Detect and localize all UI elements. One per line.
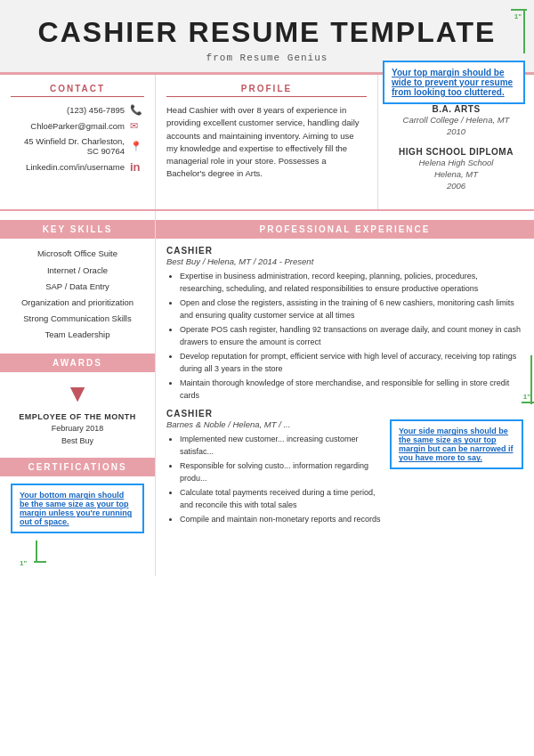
certifications-section: CERTIFICATIONS Your bottom margin should… [11, 458, 144, 533]
contact-address: 45 Winfield Dr. Charleston, SC 90764 📍 [11, 136, 144, 156]
skill-6: Team Leadership [11, 327, 144, 343]
edu-year-2: 2006 [389, 180, 523, 191]
awards-bar: AWARDS [0, 354, 155, 372]
skill-5: Strong Communication Skills [11, 311, 144, 327]
ruler-horizontal-top-right [511, 9, 527, 11]
trophy-icon: ▼ [11, 379, 144, 408]
award-title-1: EMPLOYEE OF THE MONTH [11, 411, 144, 424]
linkedin-icon: in [130, 160, 144, 174]
edu-degree-2: HIGH SCHOOL DIPLOMA [389, 147, 523, 157]
skills-list: Microsoft Office Suite Internet / Oracle… [11, 246, 144, 342]
callout-bottom-margin: Your bottom margin should be the same si… [11, 484, 144, 533]
bullet-1-3: Operate POS cash register, handling 92 t… [180, 324, 523, 348]
profile-header: PROFILE [166, 84, 367, 97]
bullet-1-4: Develop reputation for prompt, efficient… [180, 351, 523, 375]
edu-year-1: 2010 [389, 126, 523, 137]
contact-header: CONTACT [11, 84, 144, 97]
ruler-label-bottom: 1" [20, 559, 27, 567]
education-entry-1: B.A. ARTS Carroll College / Helena, MT 2… [389, 104, 523, 138]
skill-2: Internet / Oracle [11, 263, 144, 279]
ruler-horizontal-bottom [34, 561, 46, 563]
skill-4: Organization and prioritization [11, 295, 144, 311]
bullet-1-5: Maintain thorough knowledge of store mer… [180, 378, 523, 402]
award-date-1: February 2018 [11, 423, 144, 435]
contact-phone: (123) 456-7895 📞 [11, 104, 144, 116]
phone-icon: 📞 [130, 104, 144, 116]
job-company-2: Barnes & Noble / Helena, MT / ... [166, 419, 386, 429]
job-company-1: Best Buy / Helena, MT / 2014 - Present [166, 256, 523, 266]
email-icon: ✉ [130, 120, 144, 132]
contact-email: ChloëParker@gmail.com ✉ [11, 120, 144, 132]
job-title-2: CASHIER [166, 409, 523, 419]
education-entry-2: HIGH SCHOOL DIPLOMA Helena High School H… [389, 147, 523, 192]
ruler-vertical-bottom [36, 541, 37, 563]
bullet-2-4: Compile and maintain non-monetary report… [180, 514, 386, 526]
callout-top-margin: Your top margin should be wide to preven… [383, 61, 525, 104]
bullet-1-1: Expertise in business administration, re… [180, 271, 523, 295]
ruler-label-mid-right: 1" [523, 393, 530, 401]
bullet-2-3: Calculate total payments received during… [180, 487, 386, 511]
edu-degree-1: B.A. ARTS [389, 104, 523, 114]
bullet-1-2: Open and close the registers, assisting … [180, 297, 523, 321]
key-skills-bar: KEY SKILLS [0, 220, 155, 239]
award-org-1: Best Buy [11, 435, 144, 448]
job-title-1: CASHIER [166, 246, 523, 256]
ruler-vertical-mid-right [530, 355, 532, 404]
ruler-vertical-top-right [523, 9, 525, 53]
awards-section: AWARDS ▼ EMPLOYEE OF THE MONTH February … [11, 354, 144, 448]
skills-column: KEY SKILLS Microsoft Office Suite Intern… [0, 211, 156, 576]
ruler-label-top-right: 1" [514, 12, 522, 20]
skill-3: SAP / Data Entry [11, 279, 144, 295]
job-bullets-2: Implemented new customer... increasing c… [166, 434, 386, 526]
profile-column: PROFILE Head Cashier with over 8 years o… [156, 75, 378, 209]
bottom-two-col: KEY SKILLS Microsoft Office Suite Intern… [0, 211, 534, 576]
bullet-2-1: Implemented new customer... increasing c… [180, 434, 386, 458]
experience-bar: PROFESSIONAL EXPERIENCE [156, 220, 534, 239]
skill-1: Microsoft Office Suite [11, 246, 144, 262]
experience-column: PROFESSIONAL EXPERIENCE CASHIER Best Buy… [156, 211, 534, 576]
ruler-horizontal-mid-right [522, 402, 534, 403]
location-icon: 📍 [130, 141, 144, 152]
resume-page: 1" CASHIER RESUME TEMPLATE from Resume G… [0, 0, 534, 756]
profile-text: Head Cashier with over 8 years of experi… [166, 104, 367, 181]
job-bullets-1: Expertise in business administration, re… [166, 271, 523, 402]
edu-school-1: Carroll College / Helena, MT [389, 114, 523, 126]
bullet-2-2: Responsible for solving custo... informa… [180, 460, 386, 484]
contact-linkedin: Linkedin.com/in/username in [11, 160, 144, 174]
resume-title: CASHIER RESUME TEMPLATE [18, 16, 516, 49]
edu-school-2: Helena High School [389, 157, 523, 168]
contact-column: CONTACT (123) 456-7895 📞 ChloëParker@gma… [0, 75, 156, 209]
callout-side-margin: Your side margins should be the same siz… [390, 419, 523, 469]
edu-location-2: Helena, MT [389, 168, 523, 180]
certifications-bar: CERTIFICATIONS [0, 458, 155, 476]
award-entry-1: EMPLOYEE OF THE MONTH February 2018 Best… [11, 411, 144, 448]
